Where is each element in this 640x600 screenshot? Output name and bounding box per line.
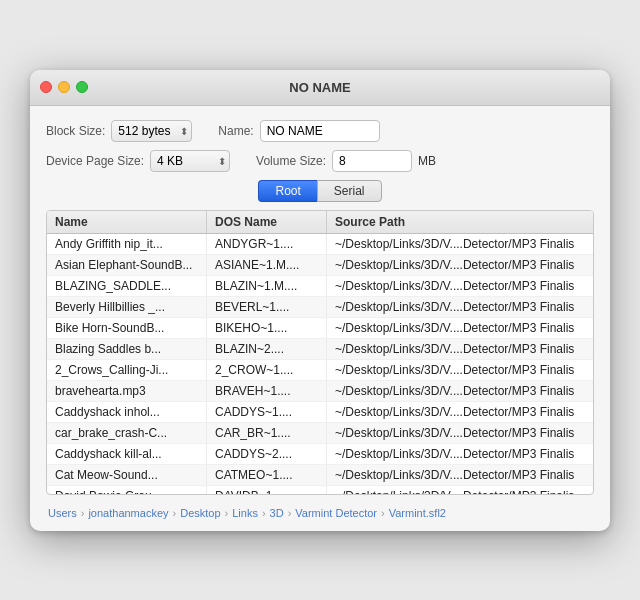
table-cell-2-0: BLAZING_SADDLE... [47,276,207,296]
breadcrumb-separator: › [288,507,292,519]
col-header-name: Name [47,211,207,233]
table-row[interactable]: car_brake_crash-C...CAR_BR~1....~/Deskto… [47,423,593,444]
breadcrumb-item[interactable]: Links [232,507,258,519]
tabs-bar: Root Serial [46,180,594,202]
table-cell-1-1: ASIANE~1.M.... [207,255,327,275]
table-cell-10-1: CADDYS~2.... [207,444,327,464]
device-page-size-select[interactable]: 4 KB 2 KB 8 KB [150,150,230,172]
table-cell-11-0: Cat Meow-Sound... [47,465,207,485]
table-cell-6-0: 2_Crows_Calling-Ji... [47,360,207,380]
device-page-size-label: Device Page Size: [46,154,144,168]
volume-size-group: Volume Size: MB [256,150,436,172]
table-cell-3-2: ~/Desktop/Links/3D/V....Detector/MP3 Fin… [327,297,593,317]
table-cell-10-0: Caddyshack kill-al... [47,444,207,464]
maximize-button[interactable] [76,81,88,93]
table-cell-11-2: ~/Desktop/Links/3D/V....Detector/MP3 Fin… [327,465,593,485]
form-row-1: Block Size: 512 bytes 1 KB 2 KB 4 KB ⬍ N… [46,120,594,142]
device-page-size-select-wrapper: 4 KB 2 KB 8 KB ⬍ [150,150,230,172]
table-cell-1-0: Asian Elephant-SoundB... [47,255,207,275]
table-cell-4-1: BIKEHO~1.... [207,318,327,338]
breadcrumb-separator: › [173,507,177,519]
table-cell-8-2: ~/Desktop/Links/3D/V....Detector/MP3 Fin… [327,402,593,422]
table-cell-7-1: BRAVEH~1.... [207,381,327,401]
volume-size-label: Volume Size: [256,154,326,168]
table-cell-11-1: CATMEO~1.... [207,465,327,485]
table-cell-6-1: 2_CROW~1.... [207,360,327,380]
table-cell-0-0: Andy Griffith nip_it... [47,234,207,254]
table-cell-12-0: David Bowie Grou... [47,486,207,494]
tab-root[interactable]: Root [258,180,316,202]
main-window: NO NAME Block Size: 512 bytes 1 KB 2 KB … [30,70,610,531]
name-group: Name: [218,120,379,142]
table-cell-8-1: CADDYS~1.... [207,402,327,422]
table-row[interactable]: Caddyshack inhol...CADDYS~1....~/Desktop… [47,402,593,423]
table-cell-3-1: BEVERL~1.... [207,297,327,317]
table-cell-8-0: Caddyshack inhol... [47,402,207,422]
minimize-button[interactable] [58,81,70,93]
table-cell-6-2: ~/Desktop/Links/3D/V....Detector/MP3 Fin… [327,360,593,380]
table-cell-4-0: Bike Horn-SoundB... [47,318,207,338]
breadcrumb-item[interactable]: Varmint Detector [295,507,377,519]
block-size-select[interactable]: 512 bytes 1 KB 2 KB 4 KB [111,120,192,142]
content-area: Block Size: 512 bytes 1 KB 2 KB 4 KB ⬍ N… [30,106,610,531]
block-size-group: Block Size: 512 bytes 1 KB 2 KB 4 KB ⬍ [46,120,192,142]
file-table: Name DOS Name Source Path Andy Griffith … [46,210,594,495]
name-label: Name: [218,124,253,138]
table-cell-5-1: BLAZIN~2.... [207,339,327,359]
table-cell-2-2: ~/Desktop/Links/3D/V....Detector/MP3 Fin… [327,276,593,296]
breadcrumb-separator: › [381,507,385,519]
form-row-2: Device Page Size: 4 KB 2 KB 8 KB ⬍ Volum… [46,150,594,172]
table-cell-4-2: ~/Desktop/Links/3D/V....Detector/MP3 Fin… [327,318,593,338]
volume-size-input[interactable] [332,150,412,172]
table-cell-12-2: ~/Desktop/Links/3D/V....Detector/MP3 Fin… [327,486,593,494]
table-body: Andy Griffith nip_it...ANDYGR~1....~/Des… [47,234,593,494]
name-input[interactable] [260,120,380,142]
table-row[interactable]: Asian Elephant-SoundB...ASIANE~1.M....~/… [47,255,593,276]
breadcrumb-separator: › [262,507,266,519]
breadcrumb-separator: › [81,507,85,519]
table-cell-0-1: ANDYGR~1.... [207,234,327,254]
breadcrumb: Users›jonathanmackey›Desktop›Links›3D›Va… [46,503,594,521]
table-row[interactable]: Caddyshack kill-al...CADDYS~2....~/Deskt… [47,444,593,465]
col-header-source: Source Path [327,211,593,233]
table-row[interactable]: BLAZING_SADDLE...BLAZIN~1.M....~/Desktop… [47,276,593,297]
table-cell-10-2: ~/Desktop/Links/3D/V....Detector/MP3 Fin… [327,444,593,464]
volume-size-unit: MB [418,154,436,168]
tab-serial[interactable]: Serial [317,180,382,202]
table-row[interactable]: Blazing Saddles b...BLAZIN~2....~/Deskto… [47,339,593,360]
col-header-dos: DOS Name [207,211,327,233]
table-row[interactable]: Beverly Hillbillies _...BEVERL~1....~/De… [47,297,593,318]
breadcrumb-item[interactable]: Users [48,507,77,519]
window-title: NO NAME [289,80,350,95]
table-row[interactable]: Bike Horn-SoundB...BIKEHO~1....~/Desktop… [47,318,593,339]
table-cell-12-1: DAVIDB~1.... [207,486,327,494]
traffic-lights [40,81,88,93]
table-row[interactable]: bravehearta.mp3BRAVEH~1....~/Desktop/Lin… [47,381,593,402]
table-cell-9-0: car_brake_crash-C... [47,423,207,443]
table-cell-5-2: ~/Desktop/Links/3D/V....Detector/MP3 Fin… [327,339,593,359]
breadcrumb-item[interactable]: jonathanmackey [88,507,168,519]
table-row[interactable]: 2_Crows_Calling-Ji...2_CROW~1....~/Deskt… [47,360,593,381]
table-cell-7-0: bravehearta.mp3 [47,381,207,401]
table-cell-9-2: ~/Desktop/Links/3D/V....Detector/MP3 Fin… [327,423,593,443]
breadcrumb-item[interactable]: Desktop [180,507,220,519]
table-cell-9-1: CAR_BR~1.... [207,423,327,443]
table-cell-7-2: ~/Desktop/Links/3D/V....Detector/MP3 Fin… [327,381,593,401]
breadcrumb-separator: › [225,507,229,519]
titlebar: NO NAME [30,70,610,106]
block-size-label: Block Size: [46,124,105,138]
table-row[interactable]: Andy Griffith nip_it...ANDYGR~1....~/Des… [47,234,593,255]
table-row[interactable]: David Bowie Grou...DAVIDB~1....~/Desktop… [47,486,593,494]
table-cell-1-2: ~/Desktop/Links/3D/V....Detector/MP3 Fin… [327,255,593,275]
breadcrumb-item[interactable]: 3D [270,507,284,519]
table-cell-0-2: ~/Desktop/Links/3D/V....Detector/MP3 Fin… [327,234,593,254]
block-size-select-wrapper: 512 bytes 1 KB 2 KB 4 KB ⬍ [111,120,192,142]
device-page-size-group: Device Page Size: 4 KB 2 KB 8 KB ⬍ [46,150,230,172]
close-button[interactable] [40,81,52,93]
table-cell-5-0: Blazing Saddles b... [47,339,207,359]
table-header: Name DOS Name Source Path [47,211,593,234]
breadcrumb-item[interactable]: Varmint.sfl2 [389,507,446,519]
table-row[interactable]: Cat Meow-Sound...CATMEO~1....~/Desktop/L… [47,465,593,486]
table-cell-3-0: Beverly Hillbillies _... [47,297,207,317]
table-cell-2-1: BLAZIN~1.M.... [207,276,327,296]
